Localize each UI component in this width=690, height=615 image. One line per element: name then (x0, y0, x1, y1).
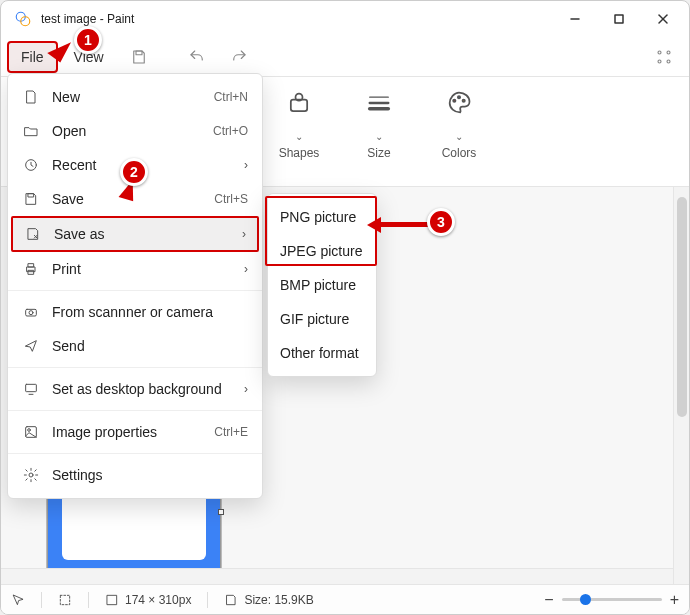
svg-point-17 (458, 96, 460, 98)
zoom-out-button[interactable]: − (544, 591, 553, 609)
status-filesize: Size: 15.9KB (224, 593, 313, 607)
save-as-bmp[interactable]: BMP picture (268, 268, 376, 302)
file-menu-open[interactable]: Open Ctrl+O (8, 114, 262, 148)
quick-save-button[interactable] (120, 39, 158, 75)
file-menu-set-background[interactable]: Set as desktop background › (8, 372, 262, 406)
ribbon-group-size[interactable]: ⌄ Size (351, 83, 407, 186)
resize-handle-rm[interactable] (218, 509, 224, 515)
file-menu-print[interactable]: Print › (8, 252, 262, 286)
bmp-label: BMP picture (280, 277, 356, 293)
file-menu-dropdown: New Ctrl+N Open Ctrl+O Recent › Save Ctr… (7, 73, 263, 499)
send-label: Send (52, 338, 248, 354)
status-dimensions: 174 × 310px (105, 593, 191, 607)
set-bg-label: Set as desktop background (52, 381, 232, 397)
save-as-other[interactable]: Other format (268, 336, 376, 370)
save-as-png[interactable]: PNG picture (268, 200, 376, 234)
svg-point-8 (667, 51, 670, 54)
save-as-gif[interactable]: GIF picture (268, 302, 376, 336)
file-menu-new[interactable]: New Ctrl+N (8, 80, 262, 114)
camera-icon (22, 304, 40, 320)
menu-file-label: File (21, 49, 44, 65)
annotation-callout-3: 3 (427, 208, 455, 236)
menu-separator (8, 410, 262, 411)
save-shortcut: Ctrl+S (214, 192, 248, 206)
paint-window: test image - Paint File View ⌄ Shapes ⌄ … (0, 0, 690, 615)
redo-button[interactable] (220, 39, 258, 75)
svg-point-31 (28, 429, 31, 432)
svg-point-16 (453, 100, 455, 102)
svg-rect-24 (28, 264, 33, 267)
chevron-down-icon: ⌄ (455, 131, 463, 142)
chevron-down-icon: ⌄ (375, 131, 383, 142)
annotation-callout-1: 1 (74, 26, 102, 54)
file-menu-settings[interactable]: Settings (8, 458, 262, 492)
menu-separator (8, 367, 262, 368)
jpeg-label: JPEG picture (280, 243, 362, 259)
new-shortcut: Ctrl+N (214, 90, 248, 104)
file-menu-send[interactable]: Send (8, 329, 262, 363)
save-as-jpeg[interactable]: JPEG picture (268, 234, 376, 268)
menu-separator (8, 290, 262, 291)
file-menu-image-properties[interactable]: Image properties Ctrl+E (8, 415, 262, 449)
svg-point-7 (658, 51, 661, 54)
horizontal-scrollbar[interactable] (1, 568, 673, 584)
svg-point-18 (463, 100, 465, 102)
open-shortcut: Ctrl+O (213, 124, 248, 138)
svg-point-27 (29, 311, 33, 315)
svg-rect-22 (28, 194, 33, 197)
svg-rect-3 (615, 15, 623, 23)
zoom-slider-thumb[interactable] (580, 594, 591, 605)
ribbon-group-colors[interactable]: ⌄ Colors (431, 83, 487, 186)
chevron-right-icon: › (244, 382, 248, 396)
save-as-icon (24, 226, 42, 242)
paint-app-icon (13, 9, 33, 29)
titlebar: test image - Paint (1, 1, 689, 37)
window-title: test image - Paint (41, 12, 553, 26)
settings-label: Settings (52, 467, 248, 483)
menu-separator (8, 453, 262, 454)
printer-icon (22, 261, 40, 277)
save-as-label: Save as (54, 226, 230, 242)
file-menu-scanner[interactable]: From scannner or camera (8, 295, 262, 329)
svg-point-9 (658, 60, 661, 63)
svg-rect-28 (26, 384, 37, 391)
scanner-label: From scannner or camera (52, 304, 248, 320)
png-label: PNG picture (280, 209, 356, 225)
file-menu-save-as[interactable]: Save as › (11, 216, 259, 252)
new-file-icon (22, 89, 40, 105)
cursor-tool-icon (11, 593, 25, 607)
filesize-text: Size: 15.9KB (244, 593, 313, 607)
palette-icon (439, 83, 479, 123)
size-label: Size (367, 146, 390, 160)
image-icon (22, 424, 40, 440)
undo-button[interactable] (178, 39, 216, 75)
folder-open-icon (22, 123, 40, 139)
ribbon-group-shapes[interactable]: ⌄ Shapes (271, 83, 327, 186)
svg-rect-19 (60, 595, 69, 604)
clock-icon (22, 157, 40, 173)
new-label: New (52, 89, 202, 105)
save-as-submenu: PNG picture JPEG picture BMP picture GIF… (267, 193, 377, 377)
gear-icon (22, 467, 40, 483)
chevron-down-icon: ⌄ (295, 131, 303, 142)
menubar: File View (1, 37, 689, 77)
annotation-callout-2: 2 (120, 158, 148, 186)
shapes-icon (279, 83, 319, 123)
svg-rect-20 (107, 595, 116, 604)
statusbar: 174 × 310px Size: 15.9KB − + (1, 584, 689, 614)
annotation-arrow-3 (367, 218, 433, 232)
size-icon (359, 83, 399, 123)
zoom-slider[interactable] (562, 598, 662, 601)
chevron-right-icon: › (242, 227, 246, 241)
vertical-scroll-thumb[interactable] (677, 197, 687, 417)
vertical-scrollbar[interactable] (673, 187, 689, 584)
close-button[interactable] (641, 3, 685, 35)
selection-icon (58, 593, 72, 607)
minimize-button[interactable] (553, 3, 597, 35)
zoom-in-button[interactable]: + (670, 591, 679, 609)
chevron-right-icon: › (244, 262, 248, 276)
svg-rect-25 (28, 270, 33, 274)
maximize-button[interactable] (597, 3, 641, 35)
settings-share-icon[interactable] (645, 39, 683, 75)
other-label: Other format (280, 345, 359, 361)
